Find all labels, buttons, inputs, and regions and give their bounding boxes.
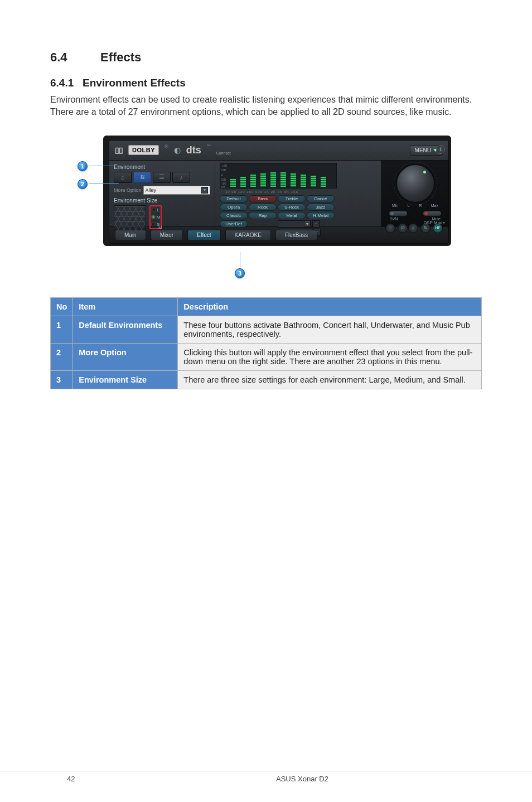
subsection-title: 6.4.1Environment Effects bbox=[50, 77, 482, 89]
callout-2: 2 bbox=[78, 179, 119, 189]
chevron-down-icon: ▼ bbox=[201, 187, 208, 194]
dts-logo: dts bbox=[186, 144, 201, 156]
table-row: 1 Default Environments These four button… bbox=[51, 316, 482, 343]
volume-section: Min L R Max SVN Mute ♫ ↻ HF bbox=[381, 161, 448, 226]
size-large-label: L bbox=[157, 207, 159, 212]
size-large-radio[interactable] bbox=[152, 207, 156, 212]
audio-panel: ▯▯ DOLBY ® ◐ dts ™ Connect MENU Environm… bbox=[109, 140, 449, 244]
preset-bass[interactable]: Bass bbox=[249, 195, 277, 202]
more-option-value: Alley bbox=[146, 187, 157, 193]
cell-desc: Clicking this button will apply the envi… bbox=[178, 343, 482, 370]
section-title: 6.4Effects bbox=[50, 50, 482, 65]
app-screenshot: ▯▯ DOLBY ® ◐ dts ™ Connect MENU Environm… bbox=[65, 136, 467, 286]
env-underwater-button[interactable]: ☰ bbox=[153, 172, 171, 183]
size-small-radio[interactable] bbox=[151, 222, 156, 226]
subsection-name: Environment Effects bbox=[83, 77, 186, 89]
callout-3: 3 bbox=[235, 252, 245, 278]
preset-remove-button[interactable]: − bbox=[312, 220, 320, 228]
dolby-dd-icon: ▯▯ bbox=[115, 146, 123, 154]
mode-icon-4[interactable]: ∅ bbox=[398, 223, 408, 233]
cell-item: More Option bbox=[73, 343, 178, 370]
size-medium-radio[interactable] bbox=[151, 215, 156, 219]
footer-text: ASUS Xonar D2 bbox=[72, 775, 532, 783]
callout-badge: 1 bbox=[78, 161, 88, 171]
max-label: Max bbox=[431, 204, 438, 207]
table-row: 3 Environment Size There are three size … bbox=[51, 370, 482, 389]
tab-karaoke[interactable]: KARAOKE bbox=[225, 230, 271, 240]
info-icon[interactable]: i bbox=[436, 145, 445, 154]
tab-mixer[interactable]: Mixer bbox=[151, 230, 183, 240]
callout-badge: 2 bbox=[78, 179, 88, 189]
section-name: Effects bbox=[100, 50, 141, 64]
dts-connect-label: Connect bbox=[216, 151, 231, 155]
env-musicpub-button[interactable]: ♪ bbox=[172, 172, 190, 183]
preset-metal[interactable]: Metal bbox=[278, 212, 306, 219]
cell-item: Environment Size bbox=[73, 370, 178, 389]
environment-size-label: Environment Size bbox=[114, 197, 210, 204]
eq-preset-grid: Default Bass Treble Dance Opera Rock S-R… bbox=[220, 195, 377, 219]
equalizer-display: +20 DB 0 DB -20 DB bbox=[220, 163, 337, 189]
cell-no: 3 bbox=[51, 370, 73, 389]
preset-rock[interactable]: Rock bbox=[249, 204, 277, 211]
cell-no: 2 bbox=[51, 343, 73, 370]
subsection-number: 6.4.1 bbox=[50, 77, 83, 89]
table-row: 2 More Option Clicking this button will … bbox=[51, 343, 482, 370]
svn-toggle[interactable] bbox=[389, 211, 408, 216]
dolby-logo: DOLBY bbox=[128, 145, 159, 155]
preset-classic[interactable]: Classic bbox=[220, 212, 248, 219]
th-no: No bbox=[51, 297, 73, 316]
preset-opera[interactable]: Opera bbox=[220, 204, 248, 211]
mute-toggle[interactable] bbox=[423, 211, 442, 216]
environment-label: Environment bbox=[114, 164, 210, 170]
tab-flexbass[interactable]: FlexBass bbox=[275, 230, 317, 240]
description-table: No Item Description 1 Default Environmen… bbox=[50, 297, 482, 389]
preset-default[interactable]: Default bbox=[220, 195, 248, 202]
mode-icon-1[interactable]: ♫ bbox=[408, 223, 418, 233]
section-number: 6.4 bbox=[50, 50, 100, 65]
environment-size-preview bbox=[114, 205, 146, 232]
env-concert-button[interactable]: ≋ bbox=[133, 172, 151, 183]
volume-knob[interactable] bbox=[396, 164, 435, 203]
size-medium-label: M bbox=[157, 215, 161, 220]
page-number: 42 bbox=[0, 775, 72, 783]
min-label: Min bbox=[392, 204, 398, 207]
preset-treble[interactable]: Treble bbox=[278, 195, 306, 202]
page-footer: 42 ASUS Xonar D2 bbox=[0, 771, 532, 783]
body-paragraph: Environment effects can be used to creat… bbox=[50, 94, 482, 119]
preset-dance[interactable]: Dance bbox=[307, 195, 335, 202]
more-option-dropdown[interactable]: Alley ▼ bbox=[143, 186, 210, 195]
callout-1: 1 bbox=[78, 161, 119, 171]
cell-desc: These four buttons activate Bathroom, Co… bbox=[178, 316, 482, 343]
preset-srock[interactable]: S-Rock bbox=[278, 204, 306, 211]
svn-label: SVN bbox=[390, 217, 398, 221]
tab-main[interactable]: Main bbox=[115, 230, 146, 240]
th-desc: Description bbox=[178, 297, 482, 316]
preset-rap[interactable]: Rap bbox=[249, 212, 277, 219]
preset-userdef[interactable]: UserDef bbox=[220, 220, 248, 228]
preset-hmetal[interactable]: H-Metal bbox=[307, 212, 335, 219]
cell-desc: There are three size settings for each e… bbox=[178, 370, 482, 389]
callout-badge: 3 bbox=[235, 268, 245, 278]
panel-topbar: ▯▯ DOLBY ® ◐ dts ™ Connect MENU bbox=[109, 141, 448, 161]
preset-select[interactable]: ▼ bbox=[278, 220, 311, 228]
cell-no: 1 bbox=[51, 316, 73, 343]
dsp-mode-label: DSP Mode bbox=[423, 220, 445, 225]
environment-preset-buttons: ⌂ ≋ ☰ ♪ bbox=[114, 172, 210, 183]
cell-item: Default Environments bbox=[73, 316, 178, 343]
mode-icon-3[interactable]: ♡ bbox=[385, 223, 395, 233]
tab-effect[interactable]: Effect bbox=[187, 230, 220, 240]
eq-frequency-labels: 30 60 120 250 500 1K 2K 4K 8K 16K bbox=[220, 190, 377, 194]
menu-label: MENU bbox=[415, 147, 431, 153]
th-item: Item bbox=[73, 297, 178, 316]
preset-jazz[interactable]: Jazz bbox=[307, 204, 335, 211]
